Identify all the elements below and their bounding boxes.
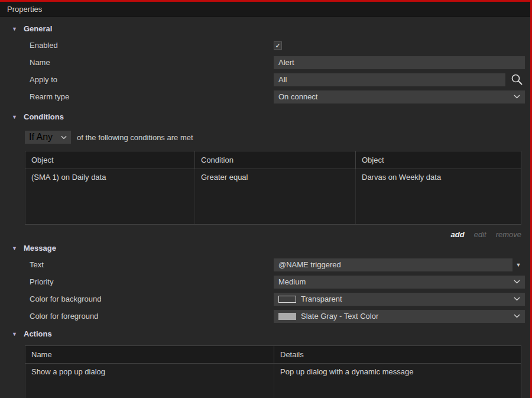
conditions-table-header: Object Condition Object xyxy=(25,151,521,169)
actions-table-header: Name Details xyxy=(25,346,521,364)
titlebar: Properties xyxy=(0,2,530,17)
section-general-label: General xyxy=(24,24,52,33)
column-header[interactable]: Object xyxy=(25,151,195,169)
conditions-table-body: (SMA 1) on Daily data Greater equal Darv… xyxy=(25,169,521,224)
row-color-background: Color for background Transparent xyxy=(0,290,530,308)
section-actions-label: Actions xyxy=(24,329,52,338)
gray-color-swatch xyxy=(278,313,296,320)
row-name: Name xyxy=(0,54,530,71)
color-background-value: Transparent xyxy=(301,295,342,303)
rearm-type-value: On connect xyxy=(278,92,318,101)
column-header[interactable]: Name xyxy=(25,346,274,363)
apply-to-label: Apply to xyxy=(0,75,274,84)
table-cell[interactable]: (SMA 1) on Daily data xyxy=(25,169,195,224)
add-link[interactable]: add xyxy=(451,230,465,239)
enabled-label: Enabled xyxy=(0,41,274,50)
collapse-triangle-icon[interactable]: ▼ xyxy=(12,331,20,337)
chevron-down-icon xyxy=(514,314,520,318)
collapse-triangle-icon[interactable]: ▼ xyxy=(12,114,20,120)
section-general[interactable]: ▼ General xyxy=(0,17,530,37)
priority-value: Medium xyxy=(278,277,306,286)
column-header[interactable]: Details xyxy=(274,346,521,363)
priority-label: Priority xyxy=(0,277,274,286)
chevron-down-icon xyxy=(514,95,520,99)
column-header[interactable]: Condition xyxy=(195,151,356,169)
message-text-input[interactable] xyxy=(274,258,512,271)
table-cell[interactable]: Show a pop up dialog xyxy=(25,364,274,398)
priority-dropdown[interactable]: Medium xyxy=(274,276,525,289)
match-type-value: If Any xyxy=(29,132,53,143)
actions-table-body: Show a pop up dialog Pop up dialog with … xyxy=(25,364,521,398)
chevron-down-icon xyxy=(61,135,67,140)
table-cell[interactable]: Pop up dialog with a dynamic message xyxy=(274,364,521,398)
table-cell[interactable]: Darvas on Weekly data xyxy=(356,169,521,224)
chevron-down-icon xyxy=(514,297,520,301)
chevron-down-icon xyxy=(514,280,520,284)
section-message[interactable]: ▼ Message xyxy=(0,240,530,256)
color-background-dropdown[interactable]: Transparent xyxy=(274,293,525,306)
color-foreground-dropdown[interactable]: Slate Gray - Text Color xyxy=(274,310,525,323)
properties-panel: Properties ▼ General Enabled ✓ Name Appl… xyxy=(0,0,532,398)
transparent-color-swatch xyxy=(278,296,296,303)
actions-table: Name Details Show a pop up dialog Pop up… xyxy=(25,345,521,398)
conditions-table: Object Condition Object (SMA 1) on Daily… xyxy=(25,151,521,225)
check-icon: ✓ xyxy=(275,42,280,49)
conditions-match-row: If Any of the following conditions are m… xyxy=(0,130,530,145)
message-text-label: Text xyxy=(0,260,274,269)
column-header[interactable]: Object xyxy=(356,151,521,169)
name-label: Name xyxy=(0,58,274,67)
row-rearm-type: Rearm type On connect xyxy=(0,88,530,105)
match-type-dropdown[interactable]: If Any xyxy=(25,131,71,144)
color-background-label: Color for background xyxy=(0,295,274,303)
remove-link[interactable]: remove xyxy=(496,230,521,239)
section-conditions-label: Conditions xyxy=(24,112,64,121)
rearm-type-dropdown[interactable]: On connect xyxy=(274,90,525,103)
combo-dropdown-arrow-icon[interactable]: ▼ xyxy=(512,262,524,268)
section-message-label: Message xyxy=(24,244,56,253)
conditions-links: add edit remove xyxy=(0,225,521,240)
row-color-foreground: Color for foreground Slate Gray - Text C… xyxy=(0,308,530,325)
section-actions[interactable]: ▼ Actions xyxy=(0,325,530,342)
search-icon[interactable] xyxy=(509,73,524,87)
enabled-checkbox[interactable]: ✓ xyxy=(274,41,282,50)
name-input[interactable] xyxy=(274,56,525,69)
section-conditions[interactable]: ▼ Conditions xyxy=(0,105,530,125)
collapse-triangle-icon[interactable]: ▼ xyxy=(12,26,20,32)
row-apply-to: Apply to xyxy=(0,71,530,88)
match-suffix-text: of the following conditions are met xyxy=(77,133,193,142)
window-title: Properties xyxy=(7,5,42,14)
color-foreground-value: Slate Gray - Text Color xyxy=(301,312,378,321)
row-message-text: Text ▼ xyxy=(0,256,530,273)
collapse-triangle-icon[interactable]: ▼ xyxy=(12,245,20,251)
row-priority: Priority Medium xyxy=(0,273,530,290)
row-enabled: Enabled ✓ xyxy=(0,37,530,54)
rearm-type-label: Rearm type xyxy=(0,92,274,101)
color-foreground-label: Color for foreground xyxy=(0,312,274,321)
table-cell[interactable]: Greater equal xyxy=(195,169,356,224)
apply-to-input[interactable] xyxy=(274,73,505,86)
edit-link[interactable]: edit xyxy=(474,230,486,239)
